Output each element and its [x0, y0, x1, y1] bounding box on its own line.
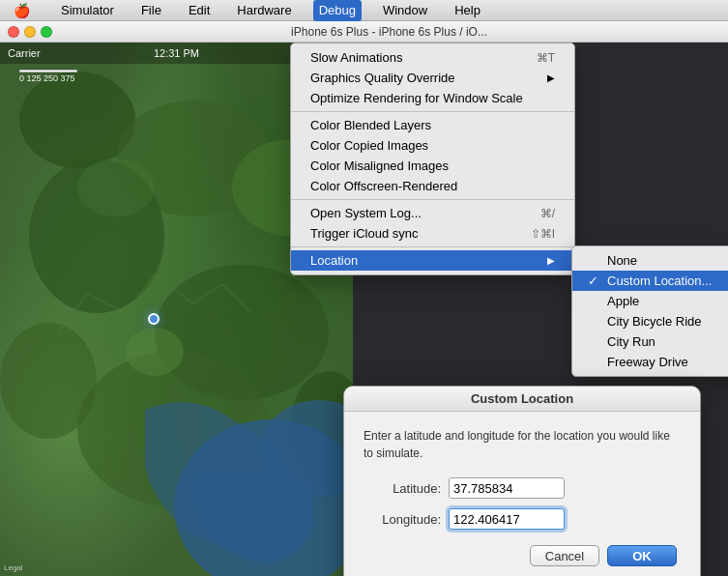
menu-bar: 🍎 Simulator File Edit Hardware Debug Win… — [0, 0, 728, 21]
submenu-item-apple[interactable]: Apple — [572, 291, 728, 311]
map-ruler: 0 125 250 375 — [19, 70, 77, 83]
traffic-lights — [8, 26, 52, 38]
close-button[interactable] — [8, 26, 19, 38]
time-text: 12:31 PM — [120, 47, 232, 59]
longitude-input[interactable] — [449, 508, 565, 530]
carrier-text: Carrier — [8, 47, 120, 59]
custom-checkmark: ✓ — [588, 274, 601, 288]
separator-3 — [291, 246, 574, 247]
menu-item-trigger-icloud[interactable]: Trigger iCloud sync ⇧⌘I — [291, 223, 574, 244]
help-menu[interactable]: Help — [449, 0, 486, 21]
minimize-button[interactable] — [24, 26, 36, 38]
window-menu[interactable]: Window — [377, 0, 433, 21]
dialog-body: Enter a latitude and longitude for the l… — [344, 412, 700, 576]
file-menu[interactable]: File — [135, 0, 167, 21]
latitude-input[interactable] — [449, 477, 565, 499]
submenu-item-none[interactable]: None — [572, 250, 728, 271]
menu-item-color-copied[interactable]: Color Copied Images — [291, 135, 574, 156]
menu-item-color-blended[interactable]: Color Blended Layers — [291, 115, 574, 135]
dialog-title: Custom Location — [344, 387, 700, 412]
submenu-item-city-run[interactable]: City Run — [572, 331, 728, 352]
submenu-item-freeway-drive[interactable]: Freeway Drive — [572, 352, 728, 372]
fullscreen-button[interactable] — [41, 26, 52, 38]
location-submenu: None ✓ Custom Location... Apple City Bic… — [571, 245, 728, 377]
custom-location-dialog: Custom Location Enter a latitude and lon… — [343, 386, 701, 576]
longitude-field: Longitude: — [364, 508, 681, 530]
ruler-labels: 0 125 250 375 — [19, 73, 77, 83]
longitude-label: Longitude: — [364, 512, 441, 527]
menu-item-open-system-log[interactable]: Open System Log... ⌘/ — [291, 203, 574, 223]
title-bar: iPhone 6s Plus - iPhone 6s Plus / iO... — [0, 21, 728, 43]
legal-text: Legal — [4, 563, 23, 572]
menu-item-color-offscreen[interactable]: Color Offscreen-Rendered — [291, 176, 574, 196]
simulator-menu[interactable]: Simulator — [55, 0, 120, 21]
latitude-field: Latitude: — [364, 477, 681, 499]
svg-point-11 — [77, 158, 155, 216]
separator-2 — [291, 199, 574, 200]
dialog-buttons: Cancel OK — [364, 545, 681, 566]
submenu-item-custom-location[interactable]: ✓ Custom Location... — [572, 271, 728, 291]
window-title: iPhone 6s Plus - iPhone 6s Plus / iO... — [58, 25, 720, 39]
location-marker — [148, 313, 160, 325]
menu-item-color-misaligned[interactable]: Color Misaligned Images — [291, 156, 574, 176]
latitude-label: Latitude: — [364, 481, 441, 496]
menu-item-slow-animations[interactable]: Slow Animations ⌘T — [291, 47, 574, 68]
cancel-button[interactable]: Cancel — [530, 545, 599, 566]
menu-item-optimize-rendering[interactable]: Optimize Rendering for Window Scale — [291, 88, 574, 108]
ok-button[interactable]: OK — [607, 545, 677, 566]
debug-menu-dropdown: Slow Animations ⌘T Graphics Quality Over… — [290, 43, 575, 275]
apple-menu[interactable]: 🍎 — [8, 0, 36, 21]
simulator-area: Carrier 12:31 PM ▐▐▐ ▐▐▐ 🔋 0 125 250 375… — [0, 43, 728, 576]
debug-menu[interactable]: Debug — [313, 0, 362, 21]
edit-menu[interactable]: Edit — [183, 0, 216, 21]
submenu-item-city-bicycle-ride[interactable]: City Bicycle Ride — [572, 311, 728, 331]
dialog-message: Enter a latitude and longitude for the l… — [364, 427, 681, 462]
menu-item-graphics-quality[interactable]: Graphics Quality Override ▶ — [291, 68, 574, 88]
svg-point-10 — [126, 328, 184, 376]
menu-item-location[interactable]: Location ▶ — [291, 250, 574, 271]
separator-1 — [291, 111, 574, 112]
hardware-menu[interactable]: Hardware — [231, 0, 297, 21]
